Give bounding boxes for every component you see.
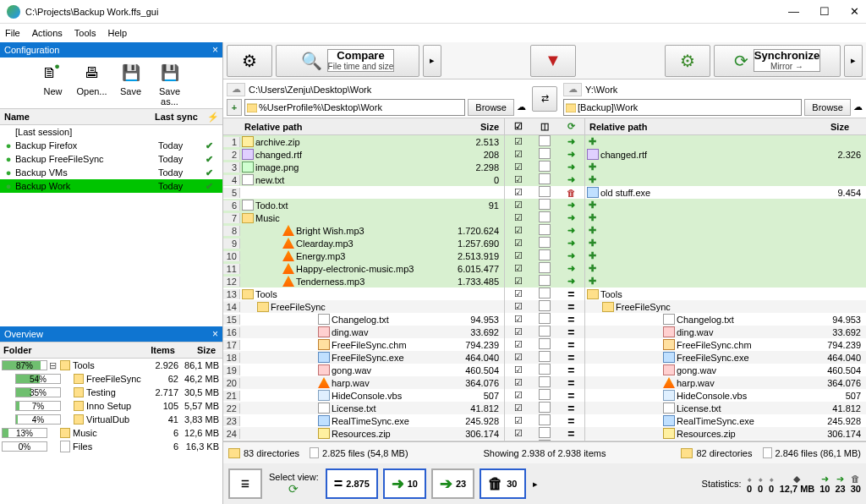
- grid-row[interactable]: RealTimeSync.exe245.928: [585, 414, 866, 427]
- grid-row[interactable]: 20harp.wav364.076: [223, 376, 504, 389]
- view-filter-button[interactable]: ➜10: [383, 468, 426, 499]
- compare-button[interactable]: 🔍 CompareFile time and size: [276, 45, 419, 77]
- grid-row[interactable]: ✚: [585, 211, 866, 224]
- save-button[interactable]: 💾Save: [114, 61, 148, 107]
- left-browse-button[interactable]: Browse: [468, 99, 514, 116]
- grid-row[interactable]: FreeFileSync: [585, 300, 866, 313]
- left-grid-header-size[interactable]: Size: [453, 122, 504, 132]
- grid-row[interactable]: ✚: [585, 237, 866, 249]
- action-row[interactable]: ☑=: [505, 313, 584, 326]
- checkbox-header-icon[interactable]: ☑: [514, 121, 523, 132]
- filter-button[interactable]: ▼: [530, 45, 576, 77]
- center-grid[interactable]: ☑◫⟳ ☑➜☑➜☑➜☑➜☑🗑☑➜☑➜☑➜☑➜☑➜☑➜☑➜☑=☑=☑=☑=☑=☑=…: [504, 118, 585, 441]
- grid-row[interactable]: 3image.png2.298: [223, 161, 504, 173]
- config-row[interactable]: ●Backup WorkToday✔: [0, 179, 222, 193]
- action-row[interactable]: ☑=: [505, 338, 584, 351]
- grid-row[interactable]: old stuff.exe9.454: [585, 186, 866, 199]
- action-row[interactable]: ☑=: [505, 364, 584, 376]
- view-toggle-icon[interactable]: ⟳: [288, 482, 299, 496]
- grid-row[interactable]: 15Changelog.txt94.953: [223, 313, 504, 326]
- menu-help[interactable]: Help: [108, 28, 128, 38]
- grid-row[interactable]: ✚: [585, 173, 866, 186]
- action-row[interactable]: ☑➜: [505, 173, 584, 186]
- overview-row[interactable]: 0%Files616,3 KB: [0, 440, 222, 453]
- right-grid-header-path[interactable]: Relative path: [585, 122, 803, 132]
- overview-row[interactable]: 4%VirtualDub413,83 MB: [0, 413, 222, 426]
- grid-row[interactable]: Resources.zip306.174: [585, 427, 866, 440]
- maximize-button[interactable]: ☐: [819, 5, 830, 18]
- right-grid-header-size[interactable]: Size: [803, 122, 854, 132]
- grid-row[interactable]: FreeFileSync.chm794.239: [585, 338, 866, 351]
- action-row[interactable]: ☑=: [505, 326, 584, 338]
- grid-row[interactable]: ✚: [585, 262, 866, 275]
- right-browse-button[interactable]: Browse: [804, 99, 851, 116]
- grid-row[interactable]: 10Energy.mp32.513.919: [223, 249, 504, 262]
- action-row[interactable]: ☑➜: [505, 199, 584, 211]
- grid-row[interactable]: harp.wav364.076: [585, 376, 866, 389]
- overview-row[interactable]: 13%Music612,6 MB: [0, 426, 222, 440]
- action-row[interactable]: ☑➜: [505, 237, 584, 249]
- cloud-right-browse-icon[interactable]: ☁: [853, 101, 863, 112]
- action-row[interactable]: ☑➜: [505, 211, 584, 224]
- config-row[interactable]: ●Backup FirefoxToday✔: [0, 139, 222, 152]
- grid-row[interactable]: 22License.txt41.812: [223, 402, 504, 414]
- synchronize-button[interactable]: ⟳ SynchronizeMirror →: [714, 45, 841, 77]
- grid-row[interactable]: 11Happy-electronic-music.mp36.015.477: [223, 262, 504, 275]
- grid-row[interactable]: 13Tools: [223, 288, 504, 300]
- minimize-button[interactable]: —: [788, 5, 799, 18]
- add-left-path-button[interactable]: +: [227, 99, 242, 116]
- view-filter-button[interactable]: 🗑30: [480, 468, 525, 499]
- action-row[interactable]: ☑=: [505, 351, 584, 364]
- action-row[interactable]: ☑=: [505, 427, 584, 440]
- action-row[interactable]: ☑=: [505, 376, 584, 389]
- grid-row[interactable]: ✚: [585, 199, 866, 211]
- grid-row[interactable]: FreeFileSync.exe464.040: [585, 351, 866, 364]
- cloud-right-icon[interactable]: ☁: [563, 83, 582, 96]
- grid-row[interactable]: 24Resources.zip306.174: [223, 427, 504, 440]
- grid-row[interactable]: 8Bright Wish.mp31.720.624: [223, 224, 504, 237]
- grid-row[interactable]: 7Music: [223, 211, 504, 224]
- grid-row[interactable]: Changelog.txt94.953: [585, 313, 866, 326]
- overview-panel-close[interactable]: ×: [212, 328, 218, 340]
- action-row[interactable]: ☑➜: [505, 224, 584, 237]
- action-row[interactable]: ☑➜: [505, 249, 584, 262]
- grid-row[interactable]: 19gong.wav460.504: [223, 364, 504, 376]
- action-row[interactable]: ☑🗑: [505, 186, 584, 199]
- grid-row[interactable]: 1archive.zip2.513: [223, 135, 504, 148]
- compare-dropdown[interactable]: ▸: [423, 45, 441, 77]
- left-grid[interactable]: Relative pathSize 1archive.zip2.5132chan…: [223, 118, 504, 441]
- view-mode-button[interactable]: ☰: [228, 468, 262, 499]
- action-row[interactable]: ☑=: [505, 414, 584, 427]
- config-panel-close[interactable]: ×: [212, 44, 218, 56]
- action-row[interactable]: ☑=: [505, 288, 584, 300]
- menu-file[interactable]: File: [5, 28, 20, 38]
- config-row[interactable]: ●Backup VMsToday✔: [0, 166, 222, 179]
- action-row[interactable]: ☑➜: [505, 135, 584, 148]
- action-row[interactable]: ☑=: [505, 300, 584, 313]
- action-row[interactable]: ☑➜: [505, 275, 584, 288]
- category-header-icon[interactable]: ◫: [540, 121, 549, 132]
- left-path-input[interactable]: [244, 99, 465, 116]
- action-row[interactable]: ☑➜: [505, 148, 584, 161]
- cloud-left-icon[interactable]: ☁: [227, 83, 245, 96]
- grid-row[interactable]: Bin: [585, 440, 866, 441]
- open-button[interactable]: 🖶Open...: [75, 61, 109, 107]
- left-grid-header-path[interactable]: Relative path: [240, 122, 453, 132]
- right-grid[interactable]: Relative pathSize ✚changed.rtf2.326✚✚old…: [585, 118, 866, 441]
- grid-row[interactable]: changed.rtf2.326: [585, 148, 866, 161]
- action-row[interactable]: ☑=: [505, 440, 584, 441]
- action-header-icon[interactable]: ⟳: [567, 121, 575, 132]
- sync-settings-button[interactable]: ⚙: [665, 45, 710, 77]
- grid-row[interactable]: 4new.txt0: [223, 173, 504, 186]
- compare-settings-button[interactable]: ⚙: [227, 45, 272, 77]
- grid-row[interactable]: 25Bin: [223, 440, 504, 441]
- grid-row[interactable]: 12Tenderness.mp31.733.485: [223, 275, 504, 288]
- overview-row[interactable]: 7%Inno Setup1055,57 MB: [0, 399, 222, 413]
- grid-row[interactable]: gong.wav460.504: [585, 364, 866, 376]
- grid-row[interactable]: ✚: [585, 249, 866, 262]
- grid-row[interactable]: 21HideConsole.vbs507: [223, 389, 504, 402]
- grid-row[interactable]: 9Clearday.mp31.257.690: [223, 237, 504, 249]
- grid-row[interactable]: 16ding.wav33.692: [223, 326, 504, 338]
- overview-row[interactable]: 35%Testing2.71730,5 MB: [0, 386, 222, 399]
- view-filter-button[interactable]: =2.875: [326, 468, 378, 499]
